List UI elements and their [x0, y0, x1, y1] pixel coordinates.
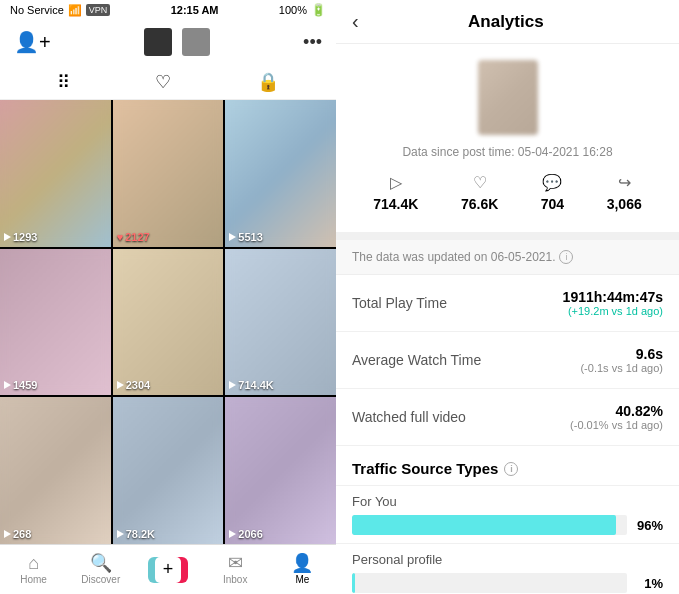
- video-cell-3[interactable]: 5513: [225, 100, 336, 247]
- video-label-3: 5513: [229, 231, 262, 243]
- play-icon: [117, 530, 124, 538]
- video-label-5: 2304: [117, 379, 150, 391]
- metric-value-total-play: 1911h:44m:47s (+19.2m vs 1d ago): [563, 289, 663, 317]
- status-right: 100% 🔋: [279, 3, 326, 17]
- video-label-6: 714.4K: [229, 379, 273, 391]
- left-panel: No Service 📶 VPN 12:15 AM 100% 🔋 👤+ ••• …: [0, 0, 336, 594]
- me-icon: 👤: [291, 554, 313, 572]
- home-icon: ⌂: [28, 554, 39, 572]
- video-cell-5[interactable]: 2304: [113, 249, 224, 396]
- like-stat-icon: ♡: [473, 173, 487, 192]
- update-notice-text: The data was updated on 06-05-2021.: [352, 250, 555, 264]
- comment-stat-value: 704: [541, 196, 564, 212]
- play-icon: [4, 381, 11, 389]
- traffic-for-you-label: For You: [352, 494, 663, 509]
- traffic-section-header: Traffic Source Types i: [336, 446, 679, 485]
- traffic-personal-label: Personal profile: [352, 552, 663, 567]
- play-icon: [117, 381, 124, 389]
- nav-home[interactable]: ⌂ Home: [9, 554, 59, 585]
- nav-inbox-label: Inbox: [223, 574, 247, 585]
- nav-me[interactable]: 👤 Me: [277, 554, 327, 585]
- traffic-for-you-bar-row: 96%: [352, 515, 663, 535]
- nav-create[interactable]: [143, 557, 193, 583]
- bottom-nav: ⌂ Home 🔍 Discover ✉ Inbox 👤 Me: [0, 544, 336, 594]
- play-icon: [229, 530, 236, 538]
- video-thumbnail[interactable]: [478, 60, 538, 135]
- nav-discover-label: Discover: [81, 574, 120, 585]
- wifi-icon: 📶: [68, 4, 82, 17]
- video-cell-8[interactable]: 78.2K: [113, 397, 224, 544]
- nav-discover[interactable]: 🔍 Discover: [76, 554, 126, 585]
- video-cell-6[interactable]: 714.4K: [225, 249, 336, 396]
- video-grid: 1293 ♥ 2127 5513 1459: [0, 100, 336, 544]
- traffic-for-you-bar-fill: [352, 515, 616, 535]
- nav-inbox[interactable]: ✉ Inbox: [210, 554, 260, 585]
- lock-icon[interactable]: 🔒: [257, 71, 279, 93]
- grid-view-button[interactable]: [144, 28, 172, 56]
- traffic-info-icon[interactable]: i: [504, 462, 518, 476]
- stat-comments: 💬 704: [541, 173, 564, 212]
- traffic-personal-profile: Personal profile 1%: [336, 543, 679, 594]
- video-label-8: 78.2K: [117, 528, 155, 540]
- back-button[interactable]: ‹: [352, 10, 359, 33]
- vpn-badge: VPN: [86, 4, 111, 16]
- metric-change-total-play: (+19.2m vs 1d ago): [563, 305, 663, 317]
- more-options-icon[interactable]: •••: [303, 32, 322, 53]
- video-cell-7[interactable]: 268: [0, 397, 111, 544]
- nav-me-label: Me: [295, 574, 309, 585]
- video-cell-4[interactable]: 1459: [0, 249, 111, 396]
- list-view-button[interactable]: [182, 28, 210, 56]
- update-notice: The data was updated on 06-05-2021. i: [336, 240, 679, 275]
- video-label-4: 1459: [4, 379, 37, 391]
- service-label: No Service: [10, 4, 64, 16]
- video-label-1: 1293: [4, 231, 37, 243]
- stat-likes: ♡ 76.6K: [461, 173, 498, 212]
- stats-row: ▷ 714.4K ♡ 76.6K 💬 704 ↪ 3,066: [352, 173, 663, 216]
- right-panel: ‹ Analytics Data since post time: 05-04-…: [336, 0, 679, 594]
- top-bar: 👤+ •••: [0, 20, 336, 64]
- analytics-title: Analytics: [369, 12, 643, 32]
- info-icon[interactable]: i: [559, 250, 573, 264]
- status-time: 12:15 AM: [171, 4, 219, 16]
- play-stat-icon: ▷: [390, 173, 402, 192]
- traffic-personal-pct: 1%: [635, 576, 663, 591]
- video-cell-1[interactable]: 1293: [0, 100, 111, 247]
- metric-avg-watch-time: Average Watch Time 9.6s (-0.1s vs 1d ago…: [336, 332, 679, 389]
- heart-icon[interactable]: ♡: [155, 71, 171, 93]
- metric-label-full: Watched full video: [352, 409, 466, 425]
- video-cell-2[interactable]: ♥ 2127: [113, 100, 224, 247]
- inbox-icon: ✉: [228, 554, 243, 572]
- traffic-title: Traffic Source Types: [352, 460, 498, 477]
- traffic-for-you-bar-bg: [352, 515, 627, 535]
- traffic-for-you: For You 96%: [336, 485, 679, 543]
- add-user-icon[interactable]: 👤+: [14, 30, 51, 54]
- play-icon: [229, 381, 236, 389]
- metric-main-avg-watch: 9.6s: [580, 346, 663, 362]
- metric-main-full: 40.82%: [570, 403, 663, 419]
- create-button[interactable]: [148, 557, 188, 583]
- status-bar: No Service 📶 VPN 12:15 AM 100% 🔋: [0, 0, 336, 20]
- battery-label: 100%: [279, 4, 307, 16]
- traffic-personal-bar-bg: [352, 573, 627, 593]
- metric-value-avg-watch: 9.6s (-0.1s vs 1d ago): [580, 346, 663, 374]
- metric-label-total-play: Total Play Time: [352, 295, 447, 311]
- second-bar: ⠿ ♡ 🔒: [0, 64, 336, 100]
- share-stat-icon: ↪: [618, 173, 631, 192]
- metric-watched-full: Watched full video 40.82% (-0.01% vs 1d …: [336, 389, 679, 446]
- video-label-9: 2066: [229, 528, 262, 540]
- traffic-personal-bar-row: 1%: [352, 573, 663, 593]
- metric-change-full: (-0.01% vs 1d ago): [570, 419, 663, 431]
- play-icon: [4, 233, 11, 241]
- share-stat-value: 3,066: [607, 196, 642, 212]
- video-cell-9[interactable]: 2066: [225, 397, 336, 544]
- video-label-7: 268: [4, 528, 31, 540]
- traffic-for-you-pct: 96%: [635, 518, 663, 533]
- play-stat-value: 714.4K: [373, 196, 418, 212]
- stat-plays: ▷ 714.4K: [373, 173, 418, 212]
- menu-icon[interactable]: ⠿: [57, 71, 70, 93]
- battery-icon: 🔋: [311, 3, 326, 17]
- post-time-label: Data since post time: 05-04-2021 16:28: [402, 145, 612, 159]
- status-left: No Service 📶 VPN: [10, 4, 110, 17]
- metric-change-avg-watch: (-0.1s vs 1d ago): [580, 362, 663, 374]
- play-icon: [4, 530, 11, 538]
